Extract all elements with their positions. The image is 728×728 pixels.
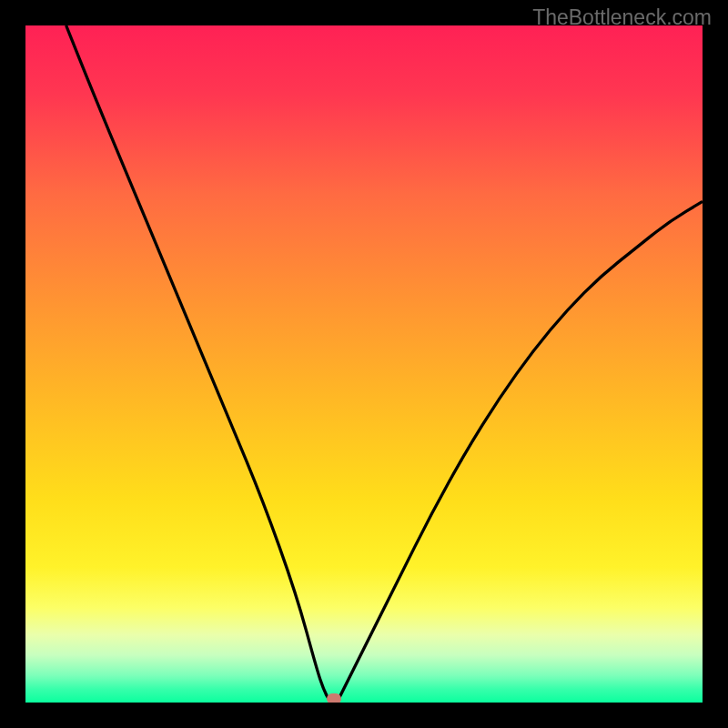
minimum-marker xyxy=(327,693,341,703)
bottleneck-curve xyxy=(25,25,703,703)
watermark-label: TheBottleneck.com xyxy=(532,5,712,30)
plot-area xyxy=(25,25,703,703)
chart-frame: TheBottleneck.com xyxy=(0,0,728,728)
